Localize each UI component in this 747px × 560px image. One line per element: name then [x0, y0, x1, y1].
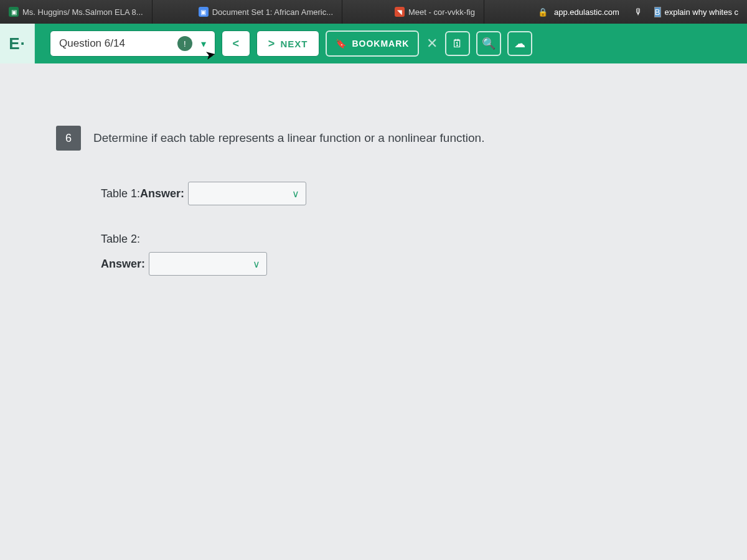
cloud-upload-icon: ☁	[514, 37, 525, 50]
chevron-down-icon: ∨	[253, 258, 260, 270]
tab-label: explain why whites c	[665, 7, 739, 17]
answer-label-1: Table 1:Answer:	[101, 187, 184, 200]
question-number-badge: 6	[56, 126, 81, 151]
question-prompt: Determine if each table represents a lin…	[93, 131, 484, 145]
question-counter: Question 6/14	[59, 37, 125, 50]
answer-dropdown-2[interactable]: ∨	[149, 252, 267, 276]
upload-button[interactable]: ☁	[507, 31, 532, 56]
bookmark-button[interactable]: 🔖 BOOKMARK	[326, 30, 419, 57]
calculator-icon: 🗓	[452, 37, 463, 50]
document-icon: ▣	[199, 7, 209, 17]
app-toolbar: E· ➤ Question 6/14 ! ▾ < > NEXT 🔖 BOOKMA…	[0, 24, 747, 63]
classroom-icon: ▣	[9, 7, 19, 17]
browser-tab-strip: ▣ Ms. Huggins/ Ms.Salmon ELA 8... ▣ Docu…	[0, 0, 747, 24]
tab-label: Document Set 1: African Americ...	[212, 7, 333, 17]
chevron-down-icon: ∨	[292, 188, 299, 200]
answer-label-2a: Table 2:	[101, 233, 140, 246]
question-selector[interactable]: Question 6/14 ! ▾	[50, 30, 215, 57]
browser-tab-2[interactable]: ▣ Document Set 1: African Americ...	[190, 0, 342, 24]
url-host: app.edulastic.com	[554, 7, 619, 17]
answer-row-2: Table 2: Answer: ∨	[101, 233, 710, 276]
calculator-button[interactable]: 🗓	[445, 31, 470, 56]
bookmark-label: BOOKMARK	[352, 39, 409, 49]
chevron-right-icon: >	[268, 37, 276, 50]
info-icon: !	[177, 36, 192, 51]
answer-label-2b: Answer:	[101, 258, 145, 271]
prev-button[interactable]: <	[222, 30, 250, 57]
bookmark-icon: 🔖	[336, 39, 347, 49]
tab-label: Meet - cor-vvkk-fig	[408, 7, 475, 17]
tab-label: Ms. Huggins/ Ms.Salmon ELA 8...	[22, 7, 143, 17]
browser-tab-3[interactable]: ◥ Meet - cor-vvkk-fig	[386, 0, 484, 24]
answer-dropdown-1[interactable]: ∨	[188, 182, 306, 205]
meet-icon: ◥	[395, 7, 405, 17]
lock-icon: 🔒	[538, 7, 548, 17]
answer-row-1: Table 1:Answer: ∨	[101, 182, 710, 205]
next-label: NEXT	[280, 39, 308, 49]
mic-icon[interactable]: 🎙	[634, 7, 643, 17]
close-icon[interactable]: ✕	[425, 35, 439, 52]
browser-tab-1[interactable]: ▣ Ms. Huggins/ Ms.Salmon ELA 8...	[0, 0, 153, 24]
chevron-left-icon: <	[233, 37, 240, 50]
search-button[interactable]: 🔍	[476, 31, 501, 56]
next-button[interactable]: > NEXT	[256, 30, 320, 57]
question-content: 6 Determine if each table represents a l…	[0, 63, 747, 340]
app-logo[interactable]: E·	[0, 24, 35, 63]
brainly-icon: B	[654, 7, 661, 17]
search-icon: 🔍	[482, 37, 496, 50]
